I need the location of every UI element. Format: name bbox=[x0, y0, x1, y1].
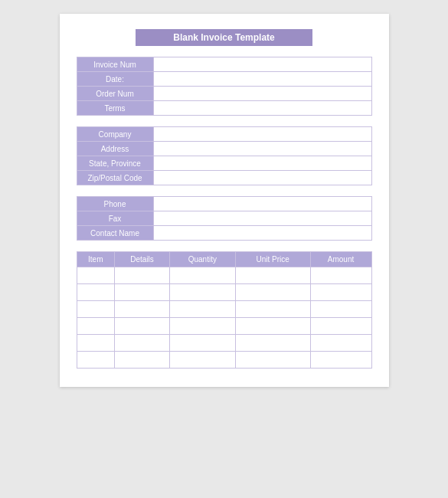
table-cell[interactable] bbox=[310, 284, 371, 301]
table-cell[interactable] bbox=[235, 267, 310, 284]
form-row: Fax bbox=[77, 211, 371, 226]
label-company: Company bbox=[77, 127, 154, 141]
label-terms: Terms bbox=[77, 101, 154, 115]
col-header-amount: Amount bbox=[310, 252, 371, 267]
invoice-table: Item Details Quantity Unit Price Amount bbox=[77, 251, 372, 369]
table-cell[interactable] bbox=[310, 267, 371, 284]
table-cell[interactable] bbox=[77, 335, 115, 352]
table-row[interactable] bbox=[77, 284, 371, 301]
field-phone[interactable] bbox=[154, 197, 371, 211]
table-row[interactable] bbox=[77, 318, 371, 335]
label-order-num: Order Num bbox=[77, 87, 154, 100]
table-cell[interactable] bbox=[235, 284, 310, 301]
field-order-num[interactable] bbox=[154, 87, 371, 100]
label-invoice-num: Invoice Num bbox=[77, 57, 154, 71]
field-date[interactable] bbox=[154, 72, 371, 86]
form-row: Terms bbox=[77, 101, 371, 115]
form-row: Invoice Num bbox=[77, 57, 371, 72]
field-address[interactable] bbox=[154, 142, 371, 156]
table-row[interactable] bbox=[77, 335, 371, 352]
table-cell[interactable] bbox=[310, 335, 371, 352]
table-row[interactable] bbox=[77, 301, 371, 318]
table-row[interactable] bbox=[77, 267, 371, 284]
table-cell[interactable] bbox=[115, 284, 170, 301]
table-cell[interactable] bbox=[235, 352, 310, 369]
table-cell[interactable] bbox=[115, 335, 170, 352]
label-contact: Contact Name bbox=[77, 226, 154, 240]
table-cell[interactable] bbox=[235, 335, 310, 352]
label-zip: Zip/Postal Code bbox=[77, 171, 154, 185]
col-header-quantity: Quantity bbox=[170, 252, 236, 267]
form-row: Contact Name bbox=[77, 226, 371, 240]
col-header-unit-price: Unit Price bbox=[235, 252, 310, 267]
invoice-page: Blank Invoice Template Invoice Num Date:… bbox=[60, 14, 389, 387]
label-state: State, Province bbox=[77, 156, 154, 170]
table-cell[interactable] bbox=[170, 267, 236, 284]
label-fax: Fax bbox=[77, 211, 154, 225]
form-row: Phone bbox=[77, 197, 371, 211]
col-header-details: Details bbox=[115, 252, 170, 267]
company-info-section: Company Address State, Province Zip/Post… bbox=[77, 126, 372, 185]
table-cell[interactable] bbox=[77, 352, 115, 369]
table-cell[interactable] bbox=[115, 352, 170, 369]
invoice-info-section: Invoice Num Date: Order Num Terms bbox=[77, 57, 372, 116]
field-fax[interactable] bbox=[154, 211, 371, 225]
table-row[interactable] bbox=[77, 352, 371, 369]
form-row: Date: bbox=[77, 72, 371, 87]
table-cell[interactable] bbox=[115, 267, 170, 284]
field-zip[interactable] bbox=[154, 171, 371, 185]
label-date: Date: bbox=[77, 72, 154, 86]
col-header-item: Item bbox=[77, 252, 115, 267]
table-cell[interactable] bbox=[115, 318, 170, 335]
table-cell[interactable] bbox=[170, 318, 236, 335]
label-address: Address bbox=[77, 142, 154, 156]
field-state[interactable] bbox=[154, 156, 371, 170]
form-row: Company bbox=[77, 127, 371, 142]
contact-info-section: Phone Fax Contact Name bbox=[77, 196, 372, 241]
table-cell[interactable] bbox=[77, 318, 115, 335]
table-cell[interactable] bbox=[310, 318, 371, 335]
table-cell[interactable] bbox=[170, 301, 236, 318]
field-terms[interactable] bbox=[154, 101, 371, 115]
form-row: State, Province bbox=[77, 156, 371, 171]
table-cell[interactable] bbox=[115, 301, 170, 318]
table-cell[interactable] bbox=[170, 284, 236, 301]
form-row: Order Num bbox=[77, 87, 371, 101]
page-title: Blank Invoice Template bbox=[136, 29, 313, 46]
table-cell[interactable] bbox=[310, 352, 371, 369]
table-cell[interactable] bbox=[170, 352, 236, 369]
table-cell[interactable] bbox=[77, 284, 115, 301]
form-row: Address bbox=[77, 142, 371, 156]
table-cell[interactable] bbox=[310, 301, 371, 318]
table-cell[interactable] bbox=[77, 301, 115, 318]
table-cell[interactable] bbox=[235, 301, 310, 318]
field-contact[interactable] bbox=[154, 226, 371, 240]
field-invoice-num[interactable] bbox=[154, 57, 371, 71]
form-row: Zip/Postal Code bbox=[77, 171, 371, 185]
label-phone: Phone bbox=[77, 197, 154, 211]
table-cell[interactable] bbox=[235, 318, 310, 335]
table-cell[interactable] bbox=[77, 267, 115, 284]
field-company[interactable] bbox=[154, 127, 371, 141]
table-cell[interactable] bbox=[170, 335, 236, 352]
